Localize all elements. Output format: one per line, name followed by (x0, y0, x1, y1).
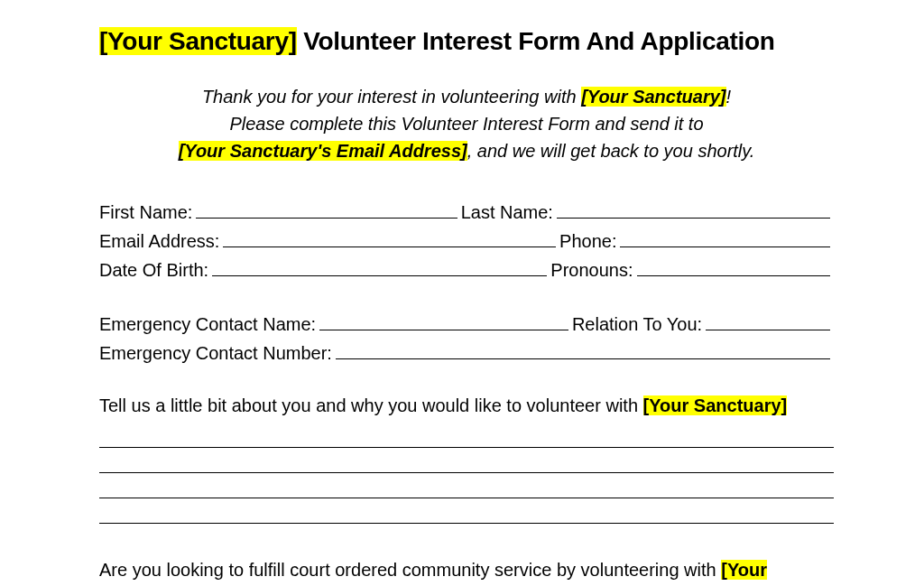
intro-line1a: Thank you for your interest in volunteer… (202, 87, 581, 107)
label-pronouns: Pronouns: (550, 256, 633, 284)
field-pronouns[interactable] (637, 260, 830, 276)
label-last-name: Last Name: (461, 199, 553, 226)
page-title: [Your Sanctuary] Volunteer Interest Form… (99, 27, 834, 56)
field-phone[interactable] (620, 231, 830, 247)
label-email: Email Address: (99, 228, 219, 255)
label-relation: Relation To You: (572, 311, 702, 338)
label-emergency-number: Emergency Contact Number: (99, 340, 332, 367)
intro-text: Thank you for your interest in volunteer… (99, 83, 834, 164)
row-email-phone: Email Address: Phone: (99, 228, 834, 255)
field-email[interactable] (223, 231, 556, 247)
title-rest: Volunteer Interest Form And Application (297, 27, 775, 55)
row-emergency-name: Emergency Contact Name: Relation To You: (99, 311, 834, 338)
label-phone: Phone: (559, 228, 616, 255)
tell-us-highlight: [Your Sanctuary] (643, 395, 788, 415)
tell-us-line-2[interactable] (99, 448, 834, 473)
label-emergency-name: Emergency Contact Name: (99, 311, 316, 338)
court-question: Are you looking to fulfill court ordered… (99, 556, 834, 586)
tell-us-line-4[interactable] (99, 498, 834, 524)
tell-us-line-3[interactable] (99, 473, 834, 498)
title-highlight: [Your Sanctuary] (99, 27, 297, 55)
row-emergency-number: Emergency Contact Number: (99, 340, 834, 367)
field-emergency-number[interactable] (336, 343, 830, 359)
field-first-name[interactable] (196, 202, 457, 219)
tell-us-line-1[interactable] (99, 423, 834, 448)
intro-line1-highlight: [Your Sanctuary] (581, 87, 725, 107)
field-dob[interactable] (212, 260, 547, 276)
tell-us-pre: Tell us a little bit about you and why y… (99, 395, 643, 415)
field-last-name[interactable] (557, 202, 830, 219)
intro-line2: Please complete this Volunteer Interest … (99, 110, 834, 137)
label-first-name: First Name: (99, 199, 192, 226)
intro-line1c: ! (726, 87, 732, 107)
intro-line3-highlight: [Your Sanctuary's Email Address] (179, 141, 467, 161)
intro-line3b: , and we will get back to you shortly. (467, 141, 755, 161)
field-emergency-name[interactable] (319, 314, 568, 330)
label-dob: Date Of Birth: (99, 256, 208, 284)
row-first-last: First Name: Last Name: (99, 199, 834, 226)
tell-us-prompt: Tell us a little bit about you and why y… (99, 392, 834, 419)
court-question-pre: Are you looking to fulfill court ordered… (99, 560, 721, 580)
form-body: First Name: Last Name: Email Address: Ph… (99, 199, 834, 586)
row-dob-pronouns: Date Of Birth: Pronouns: (99, 256, 834, 284)
field-relation[interactable] (706, 314, 830, 330)
